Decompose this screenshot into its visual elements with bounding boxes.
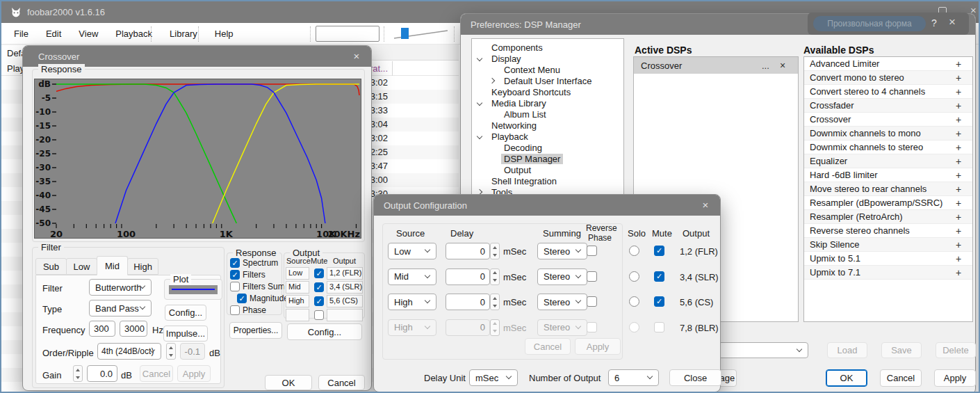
oc-solo-radio[interactable] <box>629 271 639 282</box>
tree-item-shell-integration[interactable]: Shell Integration <box>472 176 623 187</box>
add-dsp-icon[interactable]: + <box>956 142 972 153</box>
gain-field[interactable]: 0.0 <box>87 365 117 382</box>
menu-file[interactable]: File <box>14 29 28 39</box>
oc-reverse-phase-checkbox[interactable] <box>587 322 597 332</box>
crossover-ok-button[interactable]: OK <box>265 375 312 390</box>
dsp-remove-icon[interactable]: × <box>780 60 798 71</box>
frequency-high-field[interactable]: 3000 <box>120 321 147 337</box>
active-dsp-row[interactable]: Crossover...× <box>634 57 798 74</box>
impulse-button[interactable]: Impulse... <box>163 326 208 342</box>
band-type-combo[interactable]: Band Pass <box>89 300 152 316</box>
add-dsp-icon[interactable]: + <box>956 86 972 97</box>
filter-tab-high[interactable]: High <box>127 258 158 275</box>
dsp-settings-icon[interactable]: ... <box>762 61 780 71</box>
chevron-collapsed-icon[interactable] <box>489 78 495 83</box>
oc-source-combo[interactable]: High <box>388 319 436 336</box>
tree-item-default-user-interface[interactable]: Default User Interface <box>472 76 623 87</box>
add-dsp-icon[interactable]: + <box>956 100 972 111</box>
checkbox-filters[interactable]: ✓ <box>230 270 240 280</box>
available-dsp-row[interactable]: Resampler (dBpoweramp/SSRC)+ <box>804 196 972 210</box>
add-dsp-icon[interactable]: + <box>956 267 972 278</box>
snip-close-icon[interactable]: × <box>949 15 956 29</box>
checkbox-spectrum[interactable]: ✓ <box>230 258 240 268</box>
tree-item-decoding[interactable]: Decoding <box>472 143 623 154</box>
available-dsp-row[interactable]: Move stereo to rear channels+ <box>804 182 972 196</box>
chevron-expanded-icon[interactable] <box>477 134 482 139</box>
tree-item-display[interactable]: Display <box>472 54 623 65</box>
oc-reverse-phase-checkbox[interactable] <box>587 246 597 256</box>
chevron-expanded-icon[interactable] <box>477 56 482 61</box>
oc-mute-checkbox[interactable]: ✓ <box>654 271 664 282</box>
filter-apply-button[interactable]: Apply <box>177 365 211 382</box>
add-dsp-icon[interactable]: + <box>956 239 972 250</box>
menu-library[interactable]: Library <box>170 29 197 39</box>
available-dsp-row[interactable]: Downmix channels to stereo+ <box>804 141 972 154</box>
frequency-low-field[interactable]: 300 <box>89 321 115 337</box>
xo-mute-checkbox[interactable] <box>314 310 324 320</box>
add-dsp-icon[interactable]: + <box>956 156 972 167</box>
output-config-close-icon[interactable]: × <box>699 198 712 212</box>
add-dsp-icon[interactable]: + <box>956 72 972 83</box>
tree-item-media-library[interactable]: Media Library <box>472 98 623 109</box>
oc-delay-field[interactable]: 0 <box>446 243 490 259</box>
checkbox-magnitude[interactable]: ✓ <box>237 294 247 303</box>
tree-item-context-menu[interactable]: Context Menu <box>472 65 623 76</box>
oc-delay-field[interactable]: 0 <box>446 294 490 310</box>
oc-close-button[interactable]: Close <box>669 369 721 386</box>
chevron-expanded-icon[interactable] <box>477 100 482 106</box>
oc-mute-checkbox[interactable]: ✓ <box>654 296 664 307</box>
available-dsp-row[interactable]: Crossover+ <box>804 113 972 127</box>
add-dsp-icon[interactable]: + <box>956 184 972 195</box>
available-dsp-row[interactable]: Convert stereo to 4 channels+ <box>804 85 972 99</box>
filter-tab-low[interactable]: Low <box>66 258 97 275</box>
oc-delay-field[interactable]: 0 <box>446 268 490 285</box>
oc-delay-field[interactable]: 0 <box>446 319 490 336</box>
menu-help[interactable]: Help <box>215 29 234 39</box>
available-dsp-row[interactable]: Skip Silence+ <box>804 238 972 252</box>
add-dsp-icon[interactable]: + <box>956 225 972 236</box>
available-dsp-row[interactable]: Reverse stereo channels+ <box>804 224 972 238</box>
available-dsp-row[interactable]: Hard -6dB limiter+ <box>804 168 972 182</box>
oc-reverse-phase-checkbox[interactable] <box>587 271 597 282</box>
filter-cancel-button[interactable]: Cancel <box>140 365 173 382</box>
oc-delay-stepper[interactable] <box>490 294 500 310</box>
oc-summing-combo[interactable]: Stereo <box>537 319 587 336</box>
available-dsp-row[interactable]: Convert mono to stereo+ <box>804 71 972 85</box>
oc-source-combo[interactable]: Low <box>388 243 436 259</box>
oc-solo-radio[interactable] <box>629 322 639 332</box>
ripple-field[interactable]: -0.1 <box>180 343 205 360</box>
output-config-title-bar[interactable]: Output Configuration <box>374 195 720 216</box>
oc-mute-checkbox[interactable]: ✓ <box>654 246 664 256</box>
oc-delay-stepper[interactable] <box>490 268 500 285</box>
add-dsp-icon[interactable]: + <box>956 170 972 181</box>
menu-edit[interactable]: Edit <box>46 29 61 39</box>
tree-item-album-list[interactable]: Album List <box>472 109 623 120</box>
volume-slider[interactable] <box>391 25 450 42</box>
oc-summing-combo[interactable]: Stereo <box>537 243 587 259</box>
add-dsp-icon[interactable]: + <box>956 58 972 70</box>
num-output-combo[interactable]: 6 <box>608 369 659 386</box>
add-dsp-icon[interactable]: + <box>956 198 972 209</box>
xo-mute-checkbox[interactable]: ✓ <box>314 268 324 278</box>
add-dsp-icon[interactable]: + <box>956 211 972 223</box>
add-dsp-icon[interactable]: + <box>956 128 972 139</box>
oc-reverse-phase-checkbox[interactable] <box>587 296 597 307</box>
available-dsp-row[interactable]: Downmix channels to mono+ <box>804 127 972 141</box>
oc-source-combo[interactable]: Mid <box>388 268 436 285</box>
xo-mute-checkbox[interactable]: ✓ <box>314 282 324 292</box>
snip-help-icon[interactable]: ? <box>931 17 937 29</box>
crossover-cancel-button[interactable]: Cancel <box>318 375 365 390</box>
checkbox-filters-sum[interactable] <box>230 282 240 291</box>
search-input[interactable] <box>316 26 379 42</box>
tree-item-components[interactable]: Components <box>472 42 623 54</box>
oc-cancel-button[interactable]: Cancel <box>525 338 571 355</box>
tree-item-output[interactable]: Output <box>472 165 623 176</box>
preferences-cancel-button[interactable]: Cancel <box>880 369 922 387</box>
load-button[interactable]: Load <box>827 342 867 358</box>
oc-source-combo[interactable]: High <box>388 294 436 310</box>
filter-tab-mid[interactable]: Mid <box>97 256 128 275</box>
ripple-stepper[interactable] <box>166 343 176 360</box>
save-button[interactable]: Save <box>881 342 922 358</box>
tree-item-keyboard-shortcuts[interactable]: Keyboard Shortcuts <box>472 87 623 98</box>
menu-playback[interactable]: Playback <box>115 29 152 39</box>
